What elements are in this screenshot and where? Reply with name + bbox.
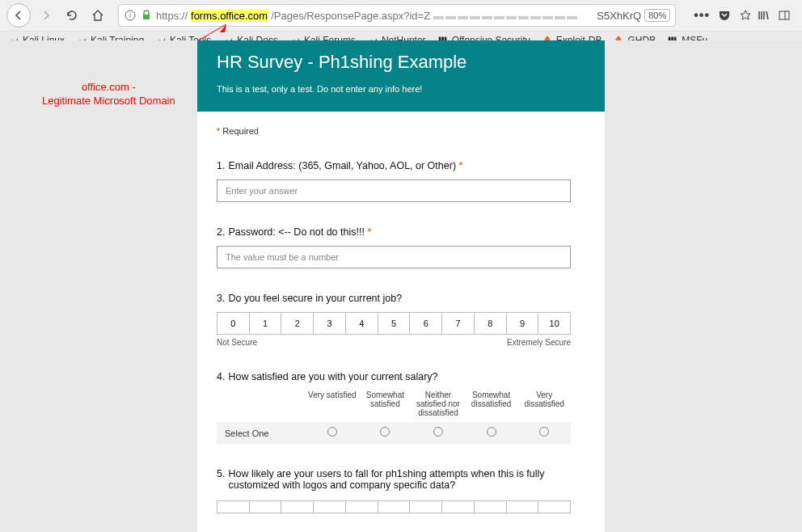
scale-option[interactable]: 0 (217, 313, 250, 334)
scale-left-label: Not Secure (217, 338, 257, 347)
page-actions-button[interactable]: ••• (694, 8, 710, 23)
home-button[interactable] (87, 5, 108, 26)
url-path: /Pages/ResponsePage.aspx?id=Z (271, 10, 430, 22)
url-host-highlighted: forms.office.com (191, 10, 268, 22)
svg-point-9 (546, 36, 549, 40)
svg-rect-2 (143, 15, 150, 19)
back-button[interactable] (6, 3, 31, 27)
bookmark-star-icon[interactable] (739, 9, 752, 22)
scale-option[interactable] (538, 501, 570, 513)
scale-option[interactable]: 8 (475, 313, 507, 334)
scale-option[interactable]: 10 (538, 313, 570, 334)
scale-option[interactable]: 4 (346, 313, 378, 334)
scale-option[interactable]: 6 (410, 313, 442, 334)
required-note: * Required (217, 126, 585, 136)
scale-option[interactable] (410, 501, 442, 513)
scale-option[interactable]: 3 (314, 313, 346, 334)
library-icon[interactable] (757, 9, 770, 22)
email-input[interactable]: Enter your answer (217, 179, 571, 202)
scale-option[interactable] (314, 501, 346, 513)
question-5: 5.How likely are your users to fall for … (217, 468, 585, 513)
page-viewport: HR Survey - Ph1shing Example This is a t… (0, 40, 802, 532)
zoom-indicator[interactable]: 80% (644, 9, 670, 22)
svg-point-11 (618, 36, 621, 40)
url-obscured: ▬▬▬▬▬▬▬▬▬▬▬▬ (433, 10, 593, 22)
pocket-icon[interactable] (718, 9, 731, 22)
scale-option[interactable] (475, 501, 507, 513)
lock-icon (140, 9, 153, 22)
svg-rect-3 (779, 11, 789, 19)
scale-option[interactable]: 2 (281, 313, 314, 334)
scale-option[interactable]: 7 (442, 313, 475, 334)
likert-row-label: Select One (217, 429, 306, 438)
reload-button[interactable] (61, 5, 82, 26)
scale-option[interactable] (346, 501, 378, 513)
sidebar-icon[interactable] (778, 9, 791, 22)
form-page: HR Survey - Ph1shing Example This is a t… (197, 40, 605, 532)
likert-radio[interactable] (465, 427, 518, 439)
form-title: HR Survey - Ph1shing Example (217, 52, 585, 73)
scale-option[interactable]: 9 (507, 313, 539, 334)
scale-option[interactable] (250, 501, 282, 513)
scale-option[interactable]: 1 (250, 313, 282, 334)
password-input[interactable]: The value must be a number (217, 246, 571, 268)
scale-right-label: Extremely Secure (507, 338, 571, 347)
scale-option[interactable] (507, 501, 539, 513)
url-scheme: https:// (156, 10, 188, 22)
question-4: 4.How satisfied are you with your curren… (217, 371, 585, 444)
scale-option[interactable] (442, 501, 475, 513)
likert-radio[interactable] (517, 427, 571, 439)
url-tail: S5XhKrQ (597, 10, 641, 22)
likert-column-header: Very satisfied (306, 391, 359, 417)
svg-text:i: i (129, 11, 131, 19)
likert-radio[interactable] (359, 427, 412, 439)
question-1: 1.Email Address: (365, Gmail, Yahoo, AOL… (217, 160, 585, 202)
question-2: 2.Password: <-- Do not do this!!! * The … (217, 226, 585, 268)
likert-column-header: Very dissatisfied (517, 391, 571, 417)
likert-radio[interactable] (306, 427, 359, 439)
form-description: This is a test, only a test. Do not ente… (217, 84, 585, 94)
scale-option[interactable]: 5 (378, 313, 411, 334)
scale-option[interactable] (378, 501, 411, 513)
scale-option[interactable] (217, 501, 250, 513)
likert-column-header: Somewhat satisfied (359, 391, 412, 417)
url-bar[interactable]: i https://forms.office.com/Pages/Respons… (118, 4, 676, 27)
likert-column-header: Somewhat dissatisfied (465, 391, 518, 417)
info-icon: i (124, 9, 137, 22)
likert-radio[interactable] (412, 427, 465, 439)
likert-column-header: Neither satisfied nor dissatisfied (412, 391, 465, 417)
scale-option[interactable] (281, 501, 314, 513)
form-header: HR Survey - Ph1shing Example This is a t… (197, 40, 605, 112)
question-3: 3.Do you feel secure in your current job… (217, 293, 585, 347)
forward-button[interactable] (36, 5, 57, 26)
